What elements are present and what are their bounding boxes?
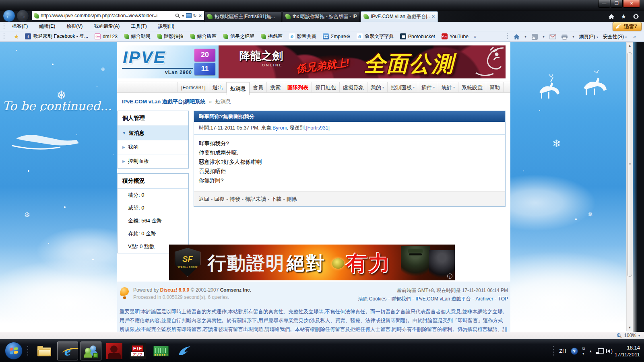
nav-avatar[interactable]: 虛擬形象 xyxy=(340,82,367,93)
nav-plugins[interactable]: 插件▾ xyxy=(418,82,438,93)
favorite-nobunaga[interactable]: 信長之絕望 xyxy=(220,32,257,41)
taskbar-hardware-tool[interactable] xyxy=(151,341,171,360)
favorite-general[interactable]: 綜合版區 xyxy=(187,32,219,41)
favorite-dictionary[interactable]: e象形文字字典 xyxy=(354,32,396,41)
feed-dropdown-icon[interactable]: ▾ xyxy=(543,35,545,39)
taskbar-explorer[interactable] xyxy=(34,341,55,360)
contact-link[interactable]: 聯繫我們 xyxy=(391,296,411,302)
favorite-complaints[interactable]: 抱怨區 xyxy=(258,32,285,41)
browser-tab-1[interactable]: 抱怨此區板主|Fortis931|無... xyxy=(204,11,282,22)
favorite-anime[interactable]: 綜合動漫 xyxy=(121,32,153,41)
minimize-button[interactable]: — xyxy=(598,0,610,8)
menu-file[interactable]: 檔案(F) xyxy=(12,23,28,30)
action-mark-unread[interactable]: 標記未讀 xyxy=(245,196,266,202)
volume-icon[interactable] xyxy=(607,349,610,353)
action-reply[interactable]: 回復 xyxy=(214,196,225,202)
start-button[interactable] xyxy=(5,342,23,360)
ad-info-icon[interactable]: i xyxy=(447,274,452,279)
bottom-ad-banner[interactable]: SF SPECIAL FORCE 行動證明 絕對 有力 i xyxy=(169,245,455,280)
nav-system-settings[interactable]: 系統設置 xyxy=(458,82,486,93)
favorite-youtube[interactable]: YouYouTube xyxy=(439,33,471,40)
page-menu[interactable]: 網頁(P) ▾ xyxy=(579,33,598,40)
action-delete[interactable]: 刪除 xyxy=(287,196,297,202)
menu-edit[interactable]: 編輯(E) xyxy=(39,23,55,30)
menu-tools[interactable]: 工具(T) xyxy=(131,23,147,30)
forum-logo[interactable]: IPVE vLan 2900 20 11 xyxy=(117,45,219,78)
action-back[interactable]: 返回 xyxy=(199,196,209,202)
action-forward[interactable]: 轉發 xyxy=(230,196,240,202)
recipient-link[interactable]: |Fortis931| xyxy=(306,125,330,131)
favorite-photobucket[interactable]: Photobucket xyxy=(397,33,438,40)
thunder-button[interactable]: 迅雷7 xyxy=(613,22,642,31)
favorite-photo[interactable]: 隨影拍拍 xyxy=(154,32,186,41)
add-favorite-star-icon[interactable]: ★ xyxy=(11,33,21,40)
print-dropdown-icon[interactable]: ▾ xyxy=(573,35,574,39)
home-icon[interactable] xyxy=(608,14,615,20)
back-button[interactable]: ← xyxy=(3,10,15,22)
restore-button[interactable]: ❐ xyxy=(611,0,623,8)
archiver-link[interactable]: Archiver xyxy=(476,296,493,302)
breadcrumb-root-link[interactable]: IPvE.COM vLan 遊戲平台|網吧系統 xyxy=(122,99,205,105)
close-button[interactable]: ✕ xyxy=(623,0,640,8)
taskbar-messenger[interactable] xyxy=(80,341,101,360)
nav-members[interactable]: 會員 xyxy=(250,82,267,93)
menu-help[interactable]: 說明(H) xyxy=(158,23,175,30)
top-ad-banner[interactable]: 降龍之劍 ONLINE 係兄弟就上! 全面公測 xyxy=(219,45,506,78)
browser-tab-2[interactable]: thx 唔該你幫拖 - 綜合版區 - IP... xyxy=(283,11,360,22)
favorite-dm123[interactable]: dmdm123 xyxy=(92,33,120,40)
refresh-icon[interactable]: ↻ xyxy=(193,13,197,19)
nav-help[interactable]: 幫助 xyxy=(486,82,504,93)
url-text[interactable]: http://www.ipve.com/bbs/pm.php?action=vi… xyxy=(41,13,173,19)
sidebar-item-control-panel[interactable]: ▶控制面板 xyxy=(118,154,188,168)
clear-cookies-link[interactable]: 清除 Cookies xyxy=(358,296,386,302)
tools-gear-icon[interactable] xyxy=(633,13,639,20)
action-download[interactable]: 下載 xyxy=(271,196,281,202)
sender-link[interactable]: Byroni xyxy=(272,125,287,131)
favorite-media[interactable]: e影音共賞 xyxy=(286,32,319,41)
address-bar[interactable]: http://www.ipve.com/bbs/pm.php?action=vi… xyxy=(31,11,204,21)
compatibility-view-icon[interactable] xyxy=(186,13,192,18)
taskbar-internet-explorer[interactable]: e xyxy=(57,341,78,360)
show-hidden-icons[interactable]: ▴ xyxy=(590,349,592,353)
taskbar-avatar-app[interactable] xyxy=(104,341,125,360)
print-icon[interactable] xyxy=(561,34,568,40)
nav-username[interactable]: |Fortis931| xyxy=(178,82,209,93)
taskbar-clock[interactable]: 18:14 17/11/2011 xyxy=(615,344,642,358)
menu-favorites[interactable]: 我的最愛(A) xyxy=(94,23,120,30)
nav-search[interactable]: 搜索 xyxy=(267,82,284,93)
nav-logout[interactable]: 退出 xyxy=(209,82,227,93)
command-overflow-chevron-icon[interactable]: » xyxy=(632,34,638,39)
browser-tab-active[interactable]: IPvE.COM vLan 遊戲平台|... ✕ xyxy=(361,11,438,22)
ime-help-icon[interactable]: ? xyxy=(571,348,578,355)
menu-view[interactable]: 檢視(V) xyxy=(66,23,83,30)
nav-control-panel[interactable]: 控制面板▾ xyxy=(388,82,418,93)
language-indicator[interactable]: ZH xyxy=(559,348,566,354)
safety-menu[interactable]: 安全性(S) ▾ xyxy=(603,33,627,40)
search-icon[interactable] xyxy=(175,13,180,19)
feed-icon[interactable] xyxy=(531,34,538,40)
favorite-empire[interactable]: ΣΣΣmpıre※ xyxy=(320,33,353,40)
nav-red-packet[interactable]: 節日紅包 xyxy=(312,82,340,93)
nav-mine[interactable]: 我的▾ xyxy=(367,82,388,93)
scroll-up-arrow[interactable]: ▲ xyxy=(627,43,633,49)
favorites-overflow-chevron-icon[interactable]: » xyxy=(472,34,478,39)
scrollbar-thumb[interactable] xyxy=(627,52,632,277)
favorites-star-icon[interactable]: ★ xyxy=(621,13,626,20)
home-icon[interactable] xyxy=(513,34,520,40)
discuz-link[interactable]: Discuz! 6.0.0 xyxy=(160,287,190,293)
network-icon[interactable] xyxy=(596,348,603,354)
tab-close-icon[interactable]: ✕ xyxy=(431,14,435,19)
nav-team-list[interactable]: 團隊列表 xyxy=(284,82,312,93)
taskbar-thunder[interactable] xyxy=(174,341,195,360)
read-mail-icon[interactable] xyxy=(549,34,556,40)
taskbar-ff-game[interactable]: F/Fフリフ xyxy=(127,341,148,360)
favorite-facebook[interactable]: f歡迎來到 Facebook - 登... xyxy=(22,32,91,41)
zoom-control[interactable]: 100% ▾ xyxy=(617,333,640,338)
stop-icon[interactable]: ✕ xyxy=(198,13,202,19)
scroll-down-arrow[interactable]: ▼ xyxy=(627,325,633,331)
zoom-dropdown-icon[interactable]: ▾ xyxy=(638,334,640,337)
top-link[interactable]: TOP xyxy=(498,296,508,302)
site-link[interactable]: IPvE.COM vLan 遊戲平台 xyxy=(415,296,471,302)
search-dropdown-icon[interactable]: ▾ xyxy=(182,13,184,19)
forward-button[interactable]: → xyxy=(17,10,29,22)
